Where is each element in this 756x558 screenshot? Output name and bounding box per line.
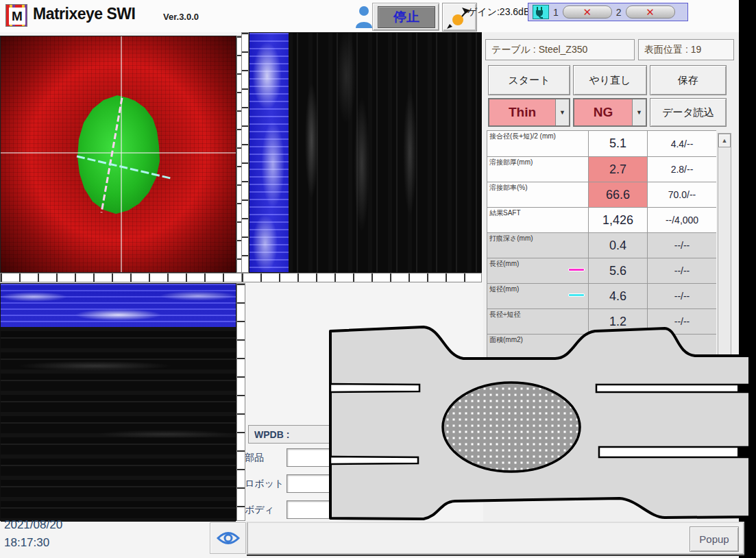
channel-toolbar: 1✕2✕	[528, 3, 688, 21]
row-label: 溶接部率(%)	[487, 182, 589, 207]
table-row: 打痕深さ(mm)0.4--/--	[487, 233, 716, 258]
row-value: 0.4	[589, 233, 648, 258]
row-spec: --/--	[648, 284, 716, 308]
title-bar: M Matrixeye SWI Ver.3.0.0 停止 ゲイン:23.6dB	[0, 0, 756, 32]
channel-number-2: 2	[616, 7, 622, 18]
row-label: 結果SAFT	[487, 208, 589, 232]
sheet-gap-left-upper	[330, 384, 419, 392]
gain-readout: ゲイン:23.6dB	[467, 6, 530, 19]
wpdb-label-3: ボディ	[245, 504, 274, 516]
table-row: 結果SAFT1,426--/4,000	[487, 208, 716, 233]
row-spec: 4.4/--	[648, 131, 716, 156]
bscan-side-echo-area	[289, 33, 481, 272]
bscan-bottom-amplitude-band	[1, 284, 236, 327]
bscan-side-amplitude-strip	[249, 33, 289, 272]
row-spec: --/4,000	[648, 208, 716, 232]
row-label: 溶接部厚(mm)	[487, 157, 589, 182]
axis-color-swatch	[568, 268, 585, 271]
cscan-view[interactable]	[0, 36, 236, 273]
status-time: 18:17:30	[4, 536, 49, 550]
row-value: 1,426	[589, 208, 648, 232]
status-date: 2021/08/20	[4, 518, 62, 532]
weld-nugget-ellipse	[443, 383, 580, 472]
cscan-scale-bottom	[0, 273, 245, 282]
wpdb-label-2: ロボット	[245, 478, 284, 490]
table-name-field[interactable]: テーブル : Steel_Z350	[485, 39, 635, 60]
table-row: 溶接部厚(mm)2.72.8/--	[487, 157, 716, 182]
row-label: 接合径(長+短)/2 (mm)	[487, 131, 589, 156]
sheet-gap-left-lower	[330, 457, 418, 464]
sheet-gap-right-upper-end	[737, 385, 750, 392]
weld-cross-section-diagram	[328, 324, 753, 523]
row-value: 4.6	[589, 284, 648, 308]
row-label: 短径(mm)	[487, 284, 589, 308]
table-row: 短径(mm)4.6--/--	[487, 284, 716, 309]
surface-position-field[interactable]: 表面位置 : 19	[638, 39, 734, 60]
sheet-gap-right-upper	[596, 385, 750, 392]
axis-color-swatch	[568, 293, 585, 297]
row-spec: --/--	[648, 258, 716, 283]
row-spec: 70.0/--	[648, 182, 716, 207]
row-spec: 2.8/--	[648, 157, 716, 182]
bscan-side-view[interactable]	[249, 32, 482, 273]
start-button[interactable]: スタート	[488, 65, 570, 95]
table-row: 長径(mm)5.6--/--	[487, 258, 716, 284]
channel-2-disconnect-button[interactable]: ✕	[626, 5, 675, 19]
data-load-button[interactable]: データ読込	[650, 98, 727, 127]
app-logo-icon: M	[5, 4, 27, 27]
app-version: Ver.3.0.0	[163, 12, 199, 22]
judge-dropdown-value: NG	[574, 99, 632, 125]
status-bar: Popup	[247, 522, 744, 555]
bscan-side-scale-bottom	[241, 273, 482, 282]
table-row: 接合径(長+短)/2 (mm)5.14.4/--	[487, 131, 716, 157]
mode-dropdown[interactable]: Thin ▼	[488, 98, 570, 127]
user-icon	[354, 5, 374, 29]
eye-icon	[217, 531, 240, 546]
row-value: 66.6	[589, 182, 648, 207]
channel-number-1: 1	[553, 7, 559, 18]
row-value: 2.7	[589, 157, 648, 182]
app-title: Matrixeye SWI	[33, 5, 135, 23]
row-value: 5.6	[589, 258, 648, 283]
view-toggle-button[interactable]	[210, 522, 246, 554]
sheet-gap-right-lower-end	[737, 447, 750, 457]
save-button[interactable]: 保存	[650, 65, 727, 95]
row-label: 長径(mm)	[487, 258, 589, 283]
row-spec: --/--	[648, 233, 716, 258]
scrollbar-up-arrow-icon[interactable]: ▲	[718, 134, 731, 147]
chevron-down-icon[interactable]: ▼	[555, 99, 569, 125]
row-label: 打痕深さ(mm)	[487, 233, 589, 258]
row-value: 5.1	[589, 131, 648, 156]
bscan-side-scale-left	[241, 32, 249, 273]
table-row: 溶接部率(%)66.670.0/--	[487, 182, 716, 208]
matrixeye-swi-window: M Matrixeye SWI Ver.3.0.0 停止 ゲイン:23.6dB	[0, 0, 756, 558]
wpdb-label-1: 部品	[245, 452, 264, 464]
channel-1-disconnect-button[interactable]: ✕	[563, 5, 612, 19]
app-logo-letter: M	[9, 8, 25, 25]
judge-dropdown[interactable]: NG ▼	[573, 98, 647, 127]
bscan-bottom-echo-area	[1, 327, 236, 522]
stop-button-frame: 停止	[372, 3, 439, 31]
redo-button[interactable]: やり直し	[573, 65, 647, 95]
mode-dropdown-value: Thin	[489, 99, 555, 125]
probe-plug-icon[interactable]	[533, 5, 549, 19]
stop-button[interactable]: 停止	[378, 6, 435, 28]
chevron-down-icon[interactable]: ▼	[632, 99, 646, 125]
popup-button[interactable]: Popup	[690, 526, 739, 552]
close-icon: ✕	[646, 7, 655, 17]
bscan-bottom-view[interactable]	[0, 283, 236, 521]
wpdb-header: WPDB :	[248, 425, 331, 444]
sheet-gap-right-lower	[599, 447, 750, 457]
close-icon: ✕	[583, 7, 592, 17]
